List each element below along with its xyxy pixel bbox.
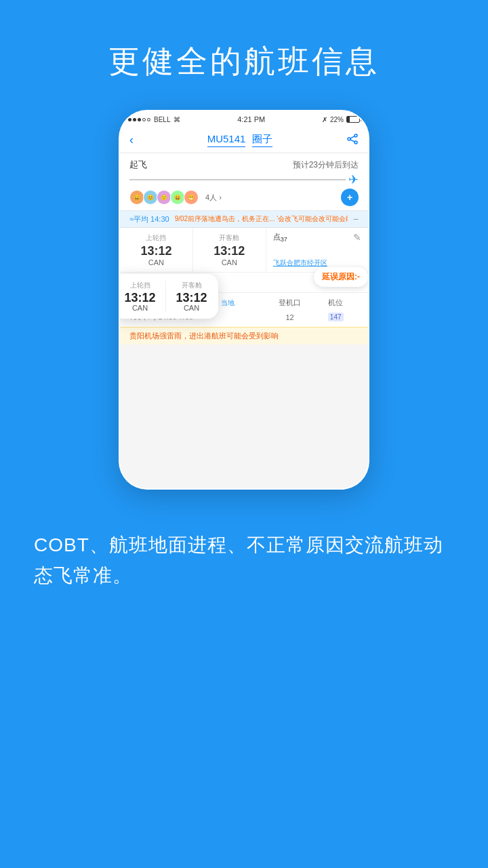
svg-line-3	[350, 136, 354, 138]
sched-point: 点37	[273, 232, 287, 243]
flight-info: 起飞 预计23分钟后到达 ✈ 😀 😊 🙂 😄 😁 4人 ›	[120, 153, 368, 211]
signal-dot-4	[142, 118, 146, 121]
avatar-3: 🙂	[157, 190, 171, 205]
carrier-name: BELL	[154, 116, 170, 123]
zoom-open-col: 开客舱 13:12 CAN	[170, 281, 213, 312]
gate-value: 12	[267, 313, 313, 321]
signal-dot-5	[147, 118, 150, 121]
sched-open-time: 13:12	[200, 244, 259, 258]
avg-bar: ≈平均 14:30 9/02前序落地遭鸟击，机务正在... '会改飞可能会改可能…	[120, 211, 368, 228]
avatar-1: 😀	[129, 190, 144, 205]
slot-header: 机位	[312, 298, 359, 308]
sched-edit-button[interactable]: ✎	[353, 232, 361, 243]
delay-tooltip: 延误原因:-	[314, 267, 368, 287]
flight-status: 起飞	[129, 159, 147, 171]
bottom-text: COBT、航班地面进程、不正常原因交流航班动态飞常准。	[34, 530, 454, 591]
status-carrier: BELL ⌘	[128, 116, 180, 123]
nav-bar: ‹ MU5141 圈子	[120, 127, 368, 153]
share-button[interactable]	[346, 133, 359, 148]
progress-line	[129, 179, 346, 180]
plane-icon: ✈	[348, 172, 359, 187]
schedule-block: 上轮挡 13:12 CAN 开客舱 13:12 CAN 点37 ✎ 飞跃合肥市经…	[120, 228, 368, 272]
sched-open-col: 开客舱 13:12 CAN	[193, 228, 266, 272]
phone-button-mute	[119, 179, 119, 199]
battery-percent: 22%	[330, 116, 344, 123]
phone-button-power	[369, 220, 369, 264]
sched-prev-time: 13:12	[127, 244, 186, 258]
zoom-prev-time: 13:12	[119, 292, 161, 304]
svg-point-2	[354, 141, 357, 144]
zoom-left-panel: 上轮挡 13:12 CAN 开客舱 13:12 CAN	[119, 274, 218, 319]
signal-dot-2	[133, 118, 136, 121]
svg-line-4	[350, 139, 354, 141]
status-bar: BELL ⌘ 4:21 PM ✗ 22%	[120, 111, 368, 127]
signal-dot-3	[138, 118, 141, 121]
zoom-prev-code: CAN	[119, 304, 161, 312]
zoom-divider	[165, 281, 166, 312]
status-time: 4:21 PM	[237, 115, 265, 123]
avg-time: ≈平均 14:30	[129, 214, 169, 224]
avatar-4: 😄	[170, 190, 185, 205]
collapse-icon[interactable]: −	[353, 214, 359, 224]
avatar-5: 😁	[184, 190, 199, 205]
nav-title: MU5141 圈子	[207, 133, 273, 147]
flight-number: MU5141	[207, 133, 246, 147]
zoom-open-time: 13:12	[170, 292, 213, 304]
add-passenger-button[interactable]: +	[341, 189, 359, 206]
page-title: 更健全的航班信息	[0, 0, 488, 103]
zoom-prev-col: 上轮挡 13:12 CAN	[119, 281, 161, 312]
avg-detail: 9/02前序落地遭鸟击，机务正在... '会改飞可能会改可能会能飞	[175, 214, 348, 224]
circle-label[interactable]: 圈子	[252, 133, 272, 147]
sched-open-code: CAN	[200, 258, 259, 267]
zoom-open-code: CAN	[170, 304, 213, 312]
sched-right: 点37 ✎ 飞跃合肥市经开区	[266, 228, 368, 272]
phone-button-vol-down	[119, 254, 119, 284]
flight-status-row: 起飞 预计23分钟后到达	[129, 159, 359, 171]
delay-text: 延误原因:-	[322, 272, 360, 281]
svg-point-1	[348, 138, 350, 140]
slot-value: 147	[312, 313, 359, 321]
avatar-2: 😊	[143, 190, 158, 205]
avatar-count: 4人 ›	[205, 193, 222, 203]
slot-badge: 147	[328, 313, 344, 321]
alert-banner: 贵阳机场强雷雨，进出港航班可能会受到影响	[120, 327, 368, 344]
phone-mockup: BELL ⌘ 4:21 PM ✗ 22% ‹ MU5141 圈子	[0, 103, 488, 503]
sched-open-label: 开客舱	[200, 233, 259, 243]
sched-link[interactable]: 飞跃合肥市经开区	[273, 258, 361, 268]
flight-progress: ✈	[129, 174, 359, 186]
sched-prev-col: 上轮挡 13:12 CAN	[120, 228, 193, 272]
flight-eta: 预计23分钟后到达	[293, 159, 359, 171]
bottom-text-block: COBT、航班地面进程、不正常原因交流航班动态飞常准。	[0, 503, 488, 625]
gate-header: 登机口	[267, 298, 313, 308]
zoom-row: 上轮挡 13:12 CAN 开客舱 13:12 CAN	[119, 281, 213, 312]
wifi-icon: ⌘	[174, 116, 180, 123]
sched-prev-label: 上轮挡	[127, 233, 186, 243]
local-label: 当地	[221, 298, 267, 308]
avatar-group[interactable]: 😀 😊 🙂 😄 😁 4人 ›	[129, 190, 222, 205]
status-right: ✗ 22%	[322, 116, 360, 123]
sched-prev-code: CAN	[127, 258, 186, 267]
battery-fill	[347, 117, 350, 122]
back-button[interactable]: ‹	[129, 133, 134, 147]
avatars-row: 😀 😊 🙂 😄 😁 4人 › +	[129, 189, 359, 206]
alert-text: 贵阳机场强雷雨，进出港航班可能会受到影响	[129, 332, 279, 340]
bluetooth-icon: ✗	[322, 116, 327, 123]
phone-button-vol-up	[119, 213, 119, 243]
zoom-prev-label: 上轮挡	[119, 281, 161, 290]
svg-point-0	[354, 134, 357, 137]
phone-frame: BELL ⌘ 4:21 PM ✗ 22% ‹ MU5141 圈子	[119, 110, 369, 490]
signal-dot-1	[128, 118, 131, 121]
zoom-open-label: 开客舱	[170, 281, 213, 290]
battery-icon	[346, 116, 360, 123]
